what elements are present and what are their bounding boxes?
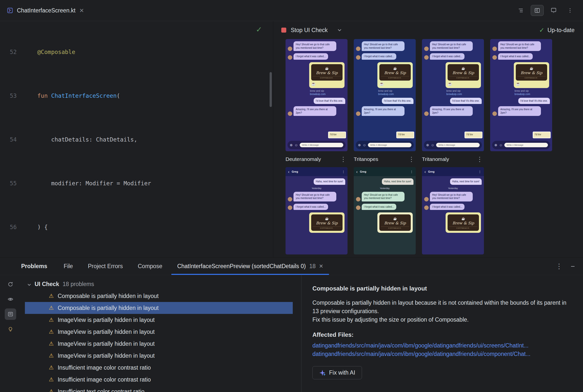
problem-row[interactable]: ⚠ ImageView is partially hidden in layou… [25,350,293,362]
chat-bubble: I'd love that! It's this one. [314,98,345,104]
avatar [424,206,429,210]
more-icon[interactable]: ⋮ [410,170,413,174]
card-title: Brew & Sip [381,71,409,75]
more-icon[interactable]: ⋮ [342,170,345,174]
problem-row[interactable]: ⚠ ImageView is partially hidden in layou… [25,326,293,338]
panel-tab[interactable]: File [56,258,80,275]
editor-tab[interactable]: ChatInterfaceScreen.kt × [0,0,91,21]
message-input[interactable]: Write A Message [504,143,548,147]
details-view-icon[interactable] [5,308,16,320]
back-icon[interactable]: ‹ [424,170,426,174]
stop-ui-check-button[interactable]: Stop UI Check [278,25,331,36]
emoji-icon[interactable]: ☺ [363,143,366,147]
emoji-icon[interactable]: ☺ [499,143,503,147]
panel-tab[interactable]: ChatInterfaceScreenPreview (sortedChatDe… [170,258,331,275]
chat-preview-phone[interactable]: Hey! Should we go to that cafe you menti… [354,39,416,151]
message-input[interactable]: Write A Message [300,143,343,147]
avatar [424,55,429,60]
code-line[interactable]: 56) { [0,222,273,232]
code-line[interactable]: 52@Composable [0,46,273,58]
avatar [288,197,292,202]
message-input[interactable]: Write A Message [436,143,480,147]
message-input[interactable]: Write A Message [368,143,412,147]
code-line[interactable]: 53fun ChatInterfaceScreen( [0,90,273,101]
card-subtitle: COFFEE&CO. [381,226,409,229]
link-preview-card: ☕ Brew & Sip COFFEE&CO. ☕ brew and sip b… [446,62,481,96]
eye-icon[interactable] [5,294,16,305]
titlebar: ChatInterfaceScreen.kt × [0,0,583,21]
back-icon[interactable]: ‹ [356,170,358,174]
chat-bubble: Hey! Should we go to that cafe you menti… [498,41,541,51]
more-icon[interactable]: ⋮ [476,156,483,163]
structure-icon[interactable] [514,5,527,16]
coffee-cup-icon: ☕ [381,217,409,220]
card-title: Brew & Sip [517,71,546,75]
problem-list: UI Check 18 problems ⚠ Composable is par… [21,275,301,392]
message-input-bar[interactable]: ⊕ ☺ Write A Message [424,141,482,149]
more-icon[interactable]: ⋮ [556,262,562,270]
panel-tab[interactable]: Compose [130,258,170,275]
panel-tab[interactable]: Project Errors [80,258,130,275]
more-icon[interactable] [563,5,576,16]
inspection-ok-icon[interactable]: ✓ [256,25,262,34]
code-area[interactable]: 52@Composable 53fun ChatInterfaceScreen(… [0,21,273,258]
more-icon[interactable]: ⋮ [340,156,347,163]
more-icon[interactable]: ⋮ [478,170,481,174]
add-icon[interactable]: ⊕ [358,143,361,147]
ui-check-highlight: I'd lov [464,132,482,138]
fix-with-ai-button[interactable]: Fix with AI [313,366,362,379]
close-icon[interactable]: × [79,7,84,14]
add-icon[interactable]: ⊕ [426,143,429,147]
affected-file-link[interactable]: datingandfriends/src/main/java/com/ibm/g… [313,350,572,358]
message-input-bar[interactable]: ⊕ ☺ Write A Message [287,141,346,149]
problem-row[interactable]: ⚠ Composable is partially hidden in layo… [25,290,293,302]
problems-iconbar [0,275,21,392]
close-icon[interactable]: × [319,263,323,270]
chevron-down-icon[interactable] [338,29,342,31]
chat-preview-phone[interactable]: ‹ Greg ⋮ Haha, next time for sure! Yeste… [354,167,416,254]
problem-row[interactable]: ⚠ Insufficient image color contrast rati… [25,362,293,374]
avatar [288,46,292,51]
status-text: Up-to-date [547,27,574,34]
back-icon[interactable]: ‹ [288,170,289,174]
ui-check-highlight: I'd lov [533,132,551,138]
emoji-icon[interactable]: ☺ [431,143,434,147]
editor-scrollbar[interactable] [269,72,272,107]
refresh-icon[interactable] [5,278,16,290]
code-line[interactable]: 55 modifier: Modifier = Modifier [0,178,273,189]
chat-preview-phone[interactable]: ‹ Greg ⋮ Haha, next time for sure! Yeste… [422,167,484,254]
more-icon[interactable]: ⋮ [408,156,415,163]
problem-text: ImageView is partially hidden in layout [58,352,155,359]
chat-preview-phone[interactable]: Hey! Should we go to that cafe you menti… [285,39,348,151]
split-editor-icon[interactable] [531,5,544,16]
emoji-icon[interactable]: ☺ [295,143,298,147]
chat-preview-phone[interactable]: Hey! Should we go to that cafe you menti… [490,39,552,151]
minimize-icon[interactable] [570,264,575,269]
problem-row[interactable]: ⚠ Composable is partially hidden in layo… [25,302,293,314]
fix-with-ai-label: Fix with AI [329,369,355,376]
chat-preview-phone[interactable]: ‹ Greg ⋮ Haha, next time for sure! Yeste… [285,167,348,254]
problem-row[interactable]: ⚠ ImageView is partially hidden in layou… [25,338,293,350]
problem-row[interactable]: ⚠ ImageView is partially hidden in layou… [25,314,293,326]
chat-bubble: I forgot what it was called... [498,53,533,60]
problem-row[interactable]: ⚠ Insufficient text color contrast ratio [25,386,293,392]
coffee-photo: ☕ [379,82,411,86]
code-line[interactable]: 54 chatDetails: ChatDetails, [0,134,273,145]
chat-bubble: Haha, next time for sure! [450,178,482,185]
chevron-down-icon[interactable] [27,281,31,288]
device-preview-icon[interactable] [547,5,560,16]
panel-tab-label: Compose [138,263,162,270]
detail-body-line1: Composable is partially hidden in layout… [313,298,572,316]
message-input-bar[interactable]: ⊕ ☺ Write A Message [492,141,550,149]
message-input-bar[interactable]: ⊕ ☺ Write A Message [356,141,414,149]
add-icon[interactable]: ⊕ [494,143,497,147]
problem-text: Composable is partially hidden in layout [58,305,159,312]
chat-preview-phone[interactable]: Hey! Should we go to that cafe you menti… [422,39,484,151]
lightbulb-icon[interactable] [5,323,16,335]
chat-bubble: I'd love that! It's this one. [518,98,550,104]
problem-group-header[interactable]: UI Check 18 problems [21,278,301,290]
problem-row[interactable]: ⚠ Insufficient image color contrast rati… [25,374,293,386]
code-editor[interactable]: 52@Composable 53fun ChatInterfaceScreen(… [0,21,273,258]
add-icon[interactable]: ⊕ [290,143,293,147]
affected-file-link[interactable]: datingandfriends/src/main/java/com/ibm/g… [313,341,572,350]
